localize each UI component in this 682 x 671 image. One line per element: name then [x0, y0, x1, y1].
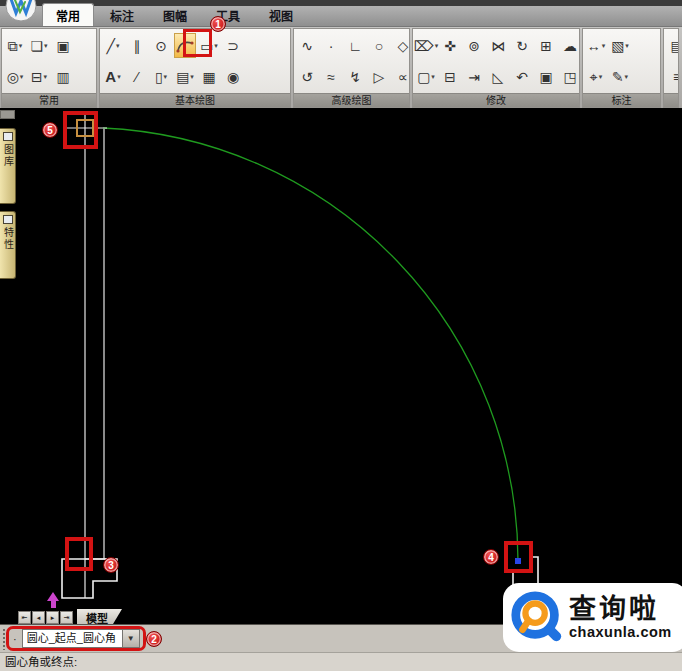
polygon-button[interactable]: ◇: [392, 33, 414, 58]
centerline-button[interactable]: ⁄: [126, 64, 148, 89]
polyline-button[interactable]: ⊃: [222, 33, 244, 58]
line-icon: ╱: [107, 39, 115, 53]
coordinate-dim-icon: ⌖: [590, 70, 598, 84]
display-button[interactable]: ▥: [52, 64, 74, 89]
tab-view[interactable]: 视图: [256, 4, 306, 26]
zigzag-line-button[interactable]: ↯: [344, 64, 366, 89]
arrow-icon: ▷: [374, 70, 385, 84]
print-button[interactable]: ⊟▾: [28, 64, 50, 89]
contour-button[interactable]: ∝: [392, 64, 414, 89]
dropdown-arrow-icon: ▾: [190, 73, 194, 81]
tab-sheet[interactable]: 图幅: [150, 4, 200, 26]
app-logo-button[interactable]: [3, 0, 39, 28]
rectangle-button[interactable]: ▭▾: [198, 33, 220, 58]
dropdown-arrow-icon: ▾: [599, 73, 603, 81]
dropdown-arrow-icon: ▾: [214, 42, 218, 50]
library-icon: [3, 132, 13, 141]
last-sheet-button[interactable]: ⇥: [60, 611, 73, 624]
dimension-button[interactable]: ↔▾: [585, 33, 607, 58]
drawing-canvas[interactable]: 图库 特性 ⇤ ◂ ▸ ⇥ 模型: [0, 108, 682, 624]
panel-advanced-draw: ∿ · ∟ ○ ◇ ◍ ↺ ≈ ↯ ▷ ∝ ▤ 高级绘图: [293, 28, 410, 108]
break-button[interactable]: ⊟: [439, 64, 461, 89]
table-button[interactable]: ▤▾: [174, 64, 196, 89]
panel-label-common: 常用: [2, 93, 96, 107]
dim-edit-button[interactable]: ✎▾: [609, 64, 631, 89]
contour-icon: ∝: [398, 70, 408, 84]
image-button[interactable]: ▧▾: [609, 33, 631, 58]
line-style-button[interactable]: ≡: [666, 64, 679, 89]
move-button[interactable]: ✜: [439, 33, 461, 58]
sheet-tool-icon: ▤: [670, 39, 679, 53]
erase-button[interactable]: ⌦▾: [415, 33, 437, 58]
zoom-button[interactable]: ◎▾: [4, 64, 26, 89]
side-panel-grip[interactable]: [0, 110, 15, 119]
arc-mode-combobox[interactable]: 圆心_起点_圆心角: [22, 629, 123, 648]
arc-mode-dropdown-button[interactable]: ▼: [123, 629, 140, 648]
paste-special-button[interactable]: ▣: [535, 64, 557, 89]
spline-button[interactable]: ∿: [296, 33, 318, 58]
copy-button[interactable]: ❏▾: [28, 33, 50, 58]
circle-icon: ⊙: [155, 39, 167, 53]
block-button[interactable]: ◉: [222, 64, 244, 89]
properties-icon: [3, 215, 13, 224]
view-window-button[interactable]: ▣: [52, 33, 74, 58]
array-button[interactable]: ⊞: [535, 33, 557, 58]
chamfer-button[interactable]: ◺: [487, 64, 509, 89]
corner-button[interactable]: ◳: [559, 64, 581, 89]
toolbar-grip[interactable]: [2, 628, 7, 650]
prev-sheet-button[interactable]: ◂: [32, 611, 45, 624]
line-button[interactable]: ╱▾: [102, 33, 124, 58]
copy-entity-icon: ⊚: [468, 39, 480, 53]
app-logo-icon: [3, 0, 39, 28]
coordinate-button[interactable]: ▯▾: [150, 64, 172, 89]
copy-entity-button[interactable]: ⊚: [463, 33, 485, 58]
next-sheet-button[interactable]: ▸: [46, 611, 59, 624]
sidebar-tab-library-label: 图库: [3, 144, 13, 168]
parallel-line-button[interactable]: ∥: [126, 33, 148, 58]
copy-icon: ❏: [30, 39, 43, 53]
point-button[interactable]: ·: [320, 33, 342, 58]
step-badge-1: 1: [210, 16, 226, 32]
ellipse-button[interactable]: ○: [368, 33, 390, 58]
zigzag-line-icon: ↯: [349, 70, 361, 84]
dropdown-arrow-icon: ▾: [44, 42, 48, 50]
scale-button[interactable]: ▢▾: [415, 64, 437, 89]
coordinate-dim-button[interactable]: ⌖▾: [585, 64, 607, 89]
revolve-button[interactable]: ↺: [296, 64, 318, 89]
paste-button[interactable]: ⧉▾: [4, 33, 26, 58]
circle-button[interactable]: ⊙: [150, 33, 172, 58]
sidebar-tab-properties[interactable]: 特性: [0, 211, 16, 279]
first-sheet-button[interactable]: ⇤: [18, 611, 31, 624]
step-badge-2: 2: [146, 631, 162, 647]
dropdown-arrow-icon: ▾: [19, 42, 23, 50]
arc-button[interactable]: [174, 33, 196, 58]
revision-cloud-button[interactable]: ☁: [559, 33, 581, 58]
parallel-line-icon: ∥: [134, 39, 141, 53]
last-sheet-icon: ⇥: [64, 614, 70, 622]
zoom-icon: ◎: [7, 70, 19, 84]
undo-trim-button[interactable]: ↶: [511, 64, 533, 89]
arrow-button[interactable]: ▷: [368, 64, 390, 89]
extend-button[interactable]: ⇥: [463, 64, 485, 89]
watermark-title: 查询啦: [569, 595, 672, 623]
corner-icon: ◳: [563, 70, 576, 84]
sheet-tool-button[interactable]: ▤: [666, 33, 679, 58]
angle-line-icon: ∟: [348, 39, 362, 53]
move-icon: ✜: [444, 39, 456, 53]
break-icon: ⊟: [444, 70, 456, 84]
angle-line-button[interactable]: ∟: [344, 33, 366, 58]
model-space-tab[interactable]: 模型: [77, 609, 122, 624]
hatch-button[interactable]: ▦: [198, 64, 220, 89]
dropdown-arrow-icon: ▾: [431, 73, 435, 81]
tab-dimension[interactable]: 标注: [97, 4, 147, 26]
rotate-button[interactable]: ↻: [511, 33, 533, 58]
line-style-icon: ≡: [673, 70, 679, 84]
tab-home[interactable]: 常用: [42, 3, 94, 26]
wave-line-button[interactable]: ≈: [320, 64, 342, 89]
panel-common: ⧉▾ ❏▾ ▣ ◎▾ ⊟▾ ▥ 常用: [1, 28, 97, 108]
text-button[interactable]: A▾: [102, 64, 124, 89]
first-sheet-icon: ⇤: [22, 614, 28, 622]
sidebar-tab-library[interactable]: 图库: [0, 128, 16, 204]
mirror-button[interactable]: ⋈: [487, 33, 509, 58]
display-icon: ▥: [56, 70, 69, 84]
